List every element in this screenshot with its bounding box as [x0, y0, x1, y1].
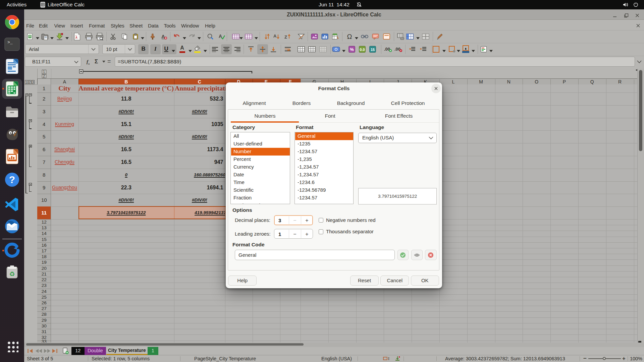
svg-text:λ: λ — [75, 35, 77, 40]
svg-text:15: 15 — [371, 48, 375, 52]
svg-text:A: A — [273, 34, 277, 39]
svg-text:♻: ♻ — [9, 270, 15, 278]
svg-text:0.0: 0.0 — [360, 48, 365, 52]
svg-text:I: I — [388, 356, 389, 361]
svg-text:%: % — [350, 47, 354, 52]
svg-text:?: ? — [9, 174, 15, 185]
svg-text:Z: Z — [284, 35, 287, 40]
svg-text:>_: >_ — [7, 40, 13, 45]
